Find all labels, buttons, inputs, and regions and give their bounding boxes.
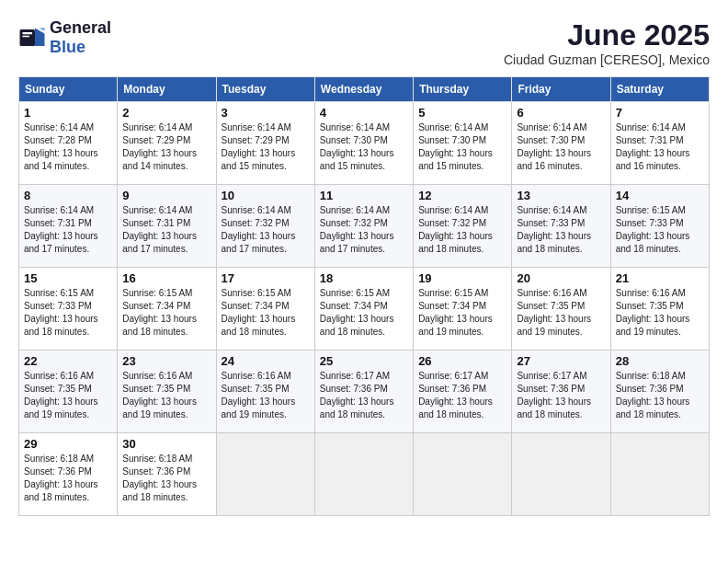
- day-info: Sunrise: 6:18 AM Sunset: 7:36 PM Dayligh…: [24, 453, 112, 504]
- day-number: 9: [122, 189, 210, 202]
- table-row: [610, 433, 709, 516]
- logo-icon: [18, 24, 46, 52]
- logo: General Blue: [18, 18, 111, 57]
- day-number: 15: [24, 271, 112, 285]
- day-info: Sunrise: 6:15 AM Sunset: 7:34 PM Dayligh…: [320, 287, 408, 339]
- table-row: 15 Sunrise: 6:15 AM Sunset: 7:33 PM Dayl…: [19, 268, 118, 350]
- day-number: 18: [320, 271, 408, 285]
- table-row: 23 Sunrise: 6:16 AM Sunset: 7:35 PM Dayl…: [118, 350, 216, 433]
- day-info: Sunrise: 6:15 AM Sunset: 7:33 PM Dayligh…: [616, 204, 704, 256]
- day-info: Sunrise: 6:14 AM Sunset: 7:30 PM Dayligh…: [320, 121, 408, 173]
- day-info: Sunrise: 6:17 AM Sunset: 7:36 PM Dayligh…: [517, 370, 605, 421]
- day-info: Sunrise: 6:15 AM Sunset: 7:33 PM Dayligh…: [24, 287, 112, 339]
- table-row: 9 Sunrise: 6:14 AM Sunset: 7:31 PM Dayli…: [118, 185, 216, 268]
- day-info: Sunrise: 6:16 AM Sunset: 7:35 PM Dayligh…: [222, 370, 310, 421]
- table-row: 14 Sunrise: 6:15 AM Sunset: 7:33 PM Dayl…: [610, 185, 709, 268]
- day-number: 3: [222, 106, 310, 120]
- day-number: 26: [418, 354, 506, 368]
- table-row: 12 Sunrise: 6:14 AM Sunset: 7:32 PM Dayl…: [414, 185, 512, 268]
- day-info: Sunrise: 6:18 AM Sunset: 7:36 PM Dayligh…: [122, 453, 210, 504]
- table-row: 21 Sunrise: 6:16 AM Sunset: 7:35 PM Dayl…: [610, 268, 709, 350]
- day-number: 20: [517, 271, 605, 285]
- calendar-row: 15 Sunrise: 6:15 AM Sunset: 7:33 PM Dayl…: [19, 268, 710, 350]
- day-number: 28: [616, 354, 704, 368]
- day-info: Sunrise: 6:16 AM Sunset: 7:35 PM Dayligh…: [122, 370, 210, 421]
- day-info: Sunrise: 6:14 AM Sunset: 7:31 PM Dayligh…: [616, 121, 704, 173]
- day-number: 23: [122, 354, 210, 368]
- table-row: 18 Sunrise: 6:15 AM Sunset: 7:34 PM Dayl…: [314, 268, 413, 350]
- day-info: Sunrise: 6:17 AM Sunset: 7:36 PM Dayligh…: [418, 370, 506, 421]
- table-row: 11 Sunrise: 6:14 AM Sunset: 7:32 PM Dayl…: [314, 185, 413, 268]
- day-info: Sunrise: 6:15 AM Sunset: 7:34 PM Dayligh…: [222, 287, 310, 339]
- day-info: Sunrise: 6:14 AM Sunset: 7:30 PM Dayligh…: [517, 121, 605, 173]
- day-number: 24: [222, 354, 310, 368]
- day-info: Sunrise: 6:18 AM Sunset: 7:36 PM Dayligh…: [616, 370, 704, 421]
- table-row: 13 Sunrise: 6:14 AM Sunset: 7:33 PM Dayl…: [512, 185, 610, 268]
- day-number: 8: [24, 189, 112, 202]
- svg-rect-2: [23, 36, 30, 38]
- table-row: [414, 433, 512, 516]
- table-row: 19 Sunrise: 6:15 AM Sunset: 7:34 PM Dayl…: [414, 268, 512, 350]
- table-row: 1 Sunrise: 6:14 AM Sunset: 7:28 PM Dayli…: [19, 102, 118, 185]
- day-number: 22: [24, 354, 112, 368]
- day-info: Sunrise: 6:16 AM Sunset: 7:35 PM Dayligh…: [517, 287, 605, 339]
- col-thursday: Thursday: [414, 77, 512, 102]
- day-number: 12: [418, 189, 506, 202]
- month-title: June 2025: [504, 18, 710, 52]
- day-info: Sunrise: 6:14 AM Sunset: 7:33 PM Dayligh…: [517, 204, 605, 256]
- table-row: 10 Sunrise: 6:14 AM Sunset: 7:32 PM Dayl…: [216, 185, 314, 268]
- table-row: 24 Sunrise: 6:16 AM Sunset: 7:35 PM Dayl…: [216, 350, 314, 433]
- day-number: 11: [320, 189, 408, 202]
- day-number: 17: [222, 271, 310, 285]
- day-number: 14: [616, 189, 704, 202]
- table-row: 2 Sunrise: 6:14 AM Sunset: 7:29 PM Dayli…: [118, 102, 216, 185]
- logo-text: General Blue: [50, 18, 111, 57]
- day-number: 30: [122, 437, 210, 451]
- table-row: 27 Sunrise: 6:17 AM Sunset: 7:36 PM Dayl…: [512, 350, 610, 433]
- day-info: Sunrise: 6:14 AM Sunset: 7:31 PM Dayligh…: [122, 204, 210, 256]
- table-row: 4 Sunrise: 6:14 AM Sunset: 7:30 PM Dayli…: [314, 102, 413, 185]
- day-number: 25: [320, 354, 408, 368]
- header: General Blue June 2025 Ciudad Guzman [CE…: [18, 18, 710, 67]
- day-number: 13: [517, 189, 605, 202]
- day-info: Sunrise: 6:14 AM Sunset: 7:32 PM Dayligh…: [222, 204, 310, 256]
- svg-marker-4: [40, 29, 45, 31]
- header-row: Sunday Monday Tuesday Wednesday Thursday…: [19, 77, 710, 102]
- title-area: June 2025 Ciudad Guzman [CERESO], Mexico: [504, 18, 710, 67]
- table-row: 28 Sunrise: 6:18 AM Sunset: 7:36 PM Dayl…: [610, 350, 709, 433]
- svg-rect-1: [23, 32, 33, 34]
- table-row: 20 Sunrise: 6:16 AM Sunset: 7:35 PM Dayl…: [512, 268, 610, 350]
- day-info: Sunrise: 6:14 AM Sunset: 7:29 PM Dayligh…: [122, 121, 210, 173]
- day-info: Sunrise: 6:14 AM Sunset: 7:28 PM Dayligh…: [24, 121, 112, 173]
- col-monday: Monday: [118, 77, 216, 102]
- location-title: Ciudad Guzman [CERESO], Mexico: [504, 52, 710, 67]
- day-info: Sunrise: 6:14 AM Sunset: 7:29 PM Dayligh…: [222, 121, 310, 173]
- table-row: 8 Sunrise: 6:14 AM Sunset: 7:31 PM Dayli…: [19, 185, 118, 268]
- table-row: 25 Sunrise: 6:17 AM Sunset: 7:36 PM Dayl…: [314, 350, 413, 433]
- table-row: 26 Sunrise: 6:17 AM Sunset: 7:36 PM Dayl…: [414, 350, 512, 433]
- table-row: 22 Sunrise: 6:16 AM Sunset: 7:35 PM Dayl…: [19, 350, 118, 433]
- calendar-table: Sunday Monday Tuesday Wednesday Thursday…: [18, 76, 710, 516]
- table-row: [512, 433, 610, 516]
- col-sunday: Sunday: [19, 77, 118, 102]
- col-tuesday: Tuesday: [216, 77, 314, 102]
- day-info: Sunrise: 6:17 AM Sunset: 7:36 PM Dayligh…: [320, 370, 408, 421]
- day-info: Sunrise: 6:16 AM Sunset: 7:35 PM Dayligh…: [616, 287, 704, 339]
- table-row: 17 Sunrise: 6:15 AM Sunset: 7:34 PM Dayl…: [216, 268, 314, 350]
- day-info: Sunrise: 6:14 AM Sunset: 7:32 PM Dayligh…: [320, 204, 408, 256]
- day-number: 16: [122, 271, 210, 285]
- calendar-row: 22 Sunrise: 6:16 AM Sunset: 7:35 PM Dayl…: [19, 350, 710, 433]
- day-number: 27: [517, 354, 605, 368]
- svg-marker-3: [35, 29, 45, 47]
- table-row: 6 Sunrise: 6:14 AM Sunset: 7:30 PM Dayli…: [512, 102, 610, 185]
- day-number: 10: [222, 189, 310, 202]
- table-row: [216, 433, 314, 516]
- table-row: 29 Sunrise: 6:18 AM Sunset: 7:36 PM Dayl…: [19, 433, 118, 516]
- table-row: 7 Sunrise: 6:14 AM Sunset: 7:31 PM Dayli…: [610, 102, 709, 185]
- day-number: 7: [616, 106, 704, 120]
- table-row: 30 Sunrise: 6:18 AM Sunset: 7:36 PM Dayl…: [118, 433, 216, 516]
- table-row: 3 Sunrise: 6:14 AM Sunset: 7:29 PM Dayli…: [216, 102, 314, 185]
- calendar-row: 29 Sunrise: 6:18 AM Sunset: 7:36 PM Dayl…: [19, 433, 710, 516]
- day-number: 2: [122, 106, 210, 120]
- col-wednesday: Wednesday: [314, 77, 413, 102]
